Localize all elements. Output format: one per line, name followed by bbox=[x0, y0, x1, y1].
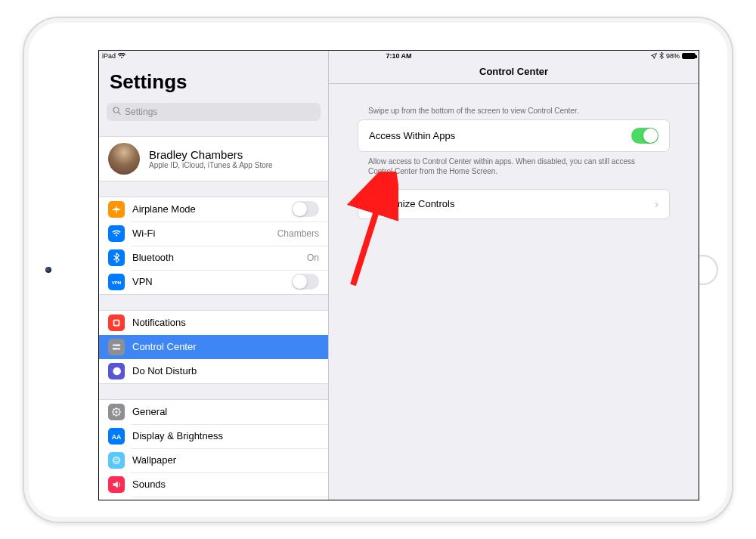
dnd-label: Do Not Disturb bbox=[132, 365, 197, 376]
status-bar: iPad 7:10 AM 98% bbox=[99, 51, 699, 61]
status-battery-pct: 98% bbox=[666, 52, 680, 60]
airplane-toggle[interactable] bbox=[292, 201, 319, 217]
sidebar-item-vpn[interactable]: VPN VPN bbox=[99, 270, 328, 294]
user-name: Bradley Chambers bbox=[149, 148, 273, 161]
access-within-apps-label: Access Within Apps bbox=[369, 130, 455, 141]
bluetooth-icon bbox=[659, 52, 664, 59]
search-placeholder: Settings bbox=[125, 107, 157, 117]
svg-point-12 bbox=[113, 457, 120, 463]
search-icon bbox=[113, 107, 121, 117]
sidebar-item-dnd[interactable]: Do Not Disturb bbox=[99, 359, 328, 383]
vpn-label: VPN bbox=[132, 276, 153, 287]
svg-point-10 bbox=[115, 410, 117, 413]
sidebar-group-system: Notifications Control Center Do Not Dist… bbox=[99, 310, 328, 384]
sidebar-item-general[interactable]: General bbox=[99, 400, 328, 424]
customize-controls-label: Customize Controls bbox=[369, 198, 454, 209]
chevron-right-icon: › bbox=[655, 197, 658, 211]
sidebar: Settings Settings Bradley Chambers Apple… bbox=[99, 51, 329, 500]
status-time: 7:10 AM bbox=[316, 52, 482, 60]
sounds-label: Sounds bbox=[132, 479, 166, 490]
sidebar-item-appleid[interactable]: Bradley Chambers Apple ID, iCloud, iTune… bbox=[99, 137, 328, 181]
svg-rect-4 bbox=[114, 321, 118, 324]
bluetooth-icon bbox=[108, 249, 125, 266]
wifi-label: Wi-Fi bbox=[132, 228, 155, 239]
detail-title: Control Center bbox=[329, 61, 699, 84]
sidebar-item-wifi[interactable]: Wi-Fi Chambers bbox=[99, 221, 328, 246]
display-icon: AA bbox=[108, 428, 125, 445]
access-within-apps-footer: Allow access to Control Center within ap… bbox=[358, 152, 670, 181]
bluetooth-value: On bbox=[307, 252, 319, 263]
notifications-label: Notifications bbox=[132, 317, 186, 328]
notifications-icon bbox=[108, 314, 125, 331]
detail-pane: Control Center Swipe up from the bottom … bbox=[329, 51, 699, 500]
sidebar-group-user: Bradley Chambers Apple ID, iCloud, iTune… bbox=[99, 136, 328, 181]
avatar bbox=[108, 143, 140, 175]
svg-point-8 bbox=[117, 347, 119, 349]
airplane-icon bbox=[108, 201, 125, 218]
vpn-icon: VPN bbox=[108, 274, 125, 290]
ipad-bezel: iPad 7:10 AM 98% Settings bbox=[23, 17, 733, 523]
sidebar-item-siri[interactable]: Siri & Search bbox=[99, 497, 328, 500]
sidebar-header: Settings bbox=[99, 61, 328, 98]
battery-icon bbox=[682, 53, 696, 59]
search-field[interactable]: Settings bbox=[107, 103, 321, 121]
sidebar-item-notifications[interactable]: Notifications bbox=[99, 311, 328, 335]
wallpaper-icon bbox=[108, 452, 125, 469]
general-icon bbox=[108, 404, 125, 420]
wallpaper-label: Wallpaper bbox=[132, 454, 176, 466]
status-device-label: iPad bbox=[102, 52, 116, 60]
control-center-icon bbox=[108, 339, 125, 355]
dnd-icon bbox=[108, 363, 125, 379]
sidebar-item-airplane[interactable]: Airplane Mode bbox=[99, 197, 328, 221]
sidebar-item-wallpaper[interactable]: Wallpaper bbox=[99, 448, 328, 472]
location-icon bbox=[651, 53, 657, 59]
screen: iPad 7:10 AM 98% Settings bbox=[98, 50, 699, 500]
detail-row-access-within-apps[interactable]: Access Within Apps bbox=[358, 119, 670, 152]
svg-line-1 bbox=[118, 112, 120, 114]
user-subtitle: Apple ID, iCloud, iTunes & App Store bbox=[149, 161, 273, 169]
svg-text:AA: AA bbox=[112, 432, 122, 440]
detail-intro: Swipe up from the bottom of the screen t… bbox=[358, 102, 670, 119]
wifi-icon bbox=[118, 53, 125, 59]
sidebar-item-bluetooth[interactable]: Bluetooth On bbox=[99, 246, 328, 270]
sidebar-item-sounds[interactable]: Sounds bbox=[99, 472, 328, 497]
sidebar-group-general: General AA Display & Brightness Wallpape… bbox=[99, 399, 328, 500]
control-center-label: Control Center bbox=[132, 341, 197, 352]
wifi-icon bbox=[108, 225, 125, 242]
general-label: General bbox=[132, 406, 167, 417]
sidebar-item-display[interactable]: AA Display & Brightness bbox=[99, 424, 328, 448]
detail-group-customize: Customize Controls › bbox=[358, 189, 670, 219]
svg-text:VPN: VPN bbox=[112, 279, 122, 284]
front-camera bbox=[45, 267, 51, 273]
bluetooth-label: Bluetooth bbox=[132, 252, 174, 263]
page-title: Settings bbox=[110, 70, 318, 94]
sounds-icon bbox=[108, 476, 125, 493]
access-within-apps-toggle[interactable] bbox=[631, 128, 658, 144]
wifi-value: Chambers bbox=[277, 228, 319, 239]
detail-row-customize-controls[interactable]: Customize Controls › bbox=[358, 189, 670, 219]
vpn-toggle[interactable] bbox=[292, 274, 319, 290]
sidebar-item-control-center[interactable]: Control Center bbox=[99, 335, 328, 359]
airplane-label: Airplane Mode bbox=[132, 203, 196, 215]
detail-group-access: Swipe up from the bottom of the screen t… bbox=[358, 102, 670, 181]
svg-point-6 bbox=[113, 344, 116, 346]
display-label: Display & Brightness bbox=[132, 430, 223, 441]
sidebar-group-network: Airplane Mode Wi-Fi Chambers Bluetooth O… bbox=[99, 197, 328, 295]
